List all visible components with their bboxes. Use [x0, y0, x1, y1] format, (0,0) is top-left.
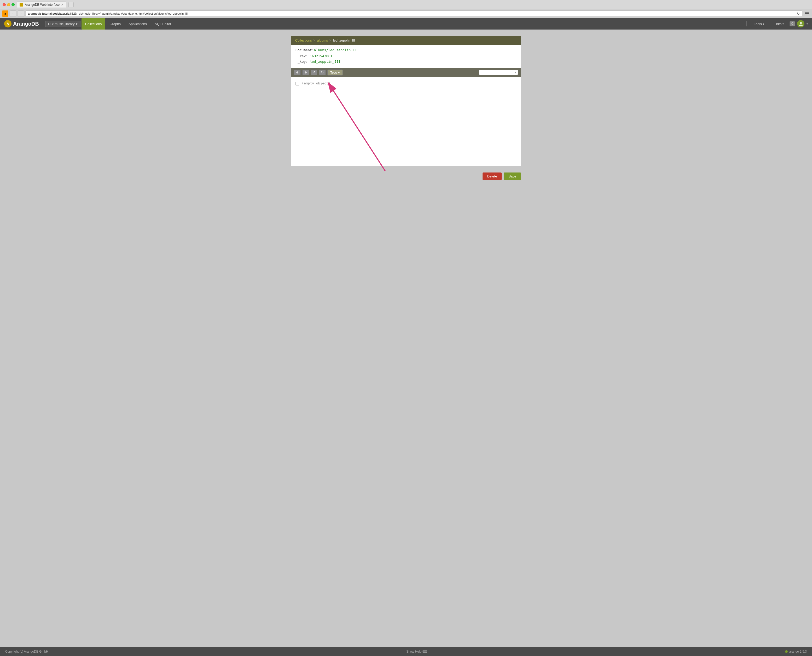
- new-tab-button[interactable]: +: [68, 2, 74, 7]
- menu-line: [805, 13, 809, 14]
- doc-meta: _rev: 16321547061 _key: led_zepplin_III: [295, 54, 517, 65]
- browser-titlebar: ArangoDB Web Interface ✕ +: [0, 0, 812, 9]
- delete-button[interactable]: Delete: [483, 172, 502, 180]
- add-child-button[interactable]: ⊕: [302, 70, 309, 75]
- url-host: arangodb-tutorial.codelater.de: [28, 12, 69, 15]
- editor-container: ⊕ ⊕ ↺ ↻ Tree ▾ ▾ (empty object): [291, 68, 521, 166]
- breadcrumb-sep1: >: [313, 39, 316, 42]
- forward-button[interactable]: ›: [18, 11, 24, 17]
- nav-applications-label: Applications: [128, 22, 147, 26]
- search-icon: ▾: [515, 71, 516, 74]
- empty-object-text: (empty object): [302, 81, 330, 85]
- action-row: Delete Save: [291, 170, 521, 182]
- redo-button[interactable]: ↻: [319, 70, 326, 75]
- editor-toolbar: ⊕ ⊕ ↺ ↻ Tree ▾ ▾: [291, 68, 521, 77]
- footer-version: arango 2.5.3: [785, 650, 807, 653]
- amazon-icon[interactable]: a: [2, 11, 8, 17]
- doc-rev-value: 16321547061: [310, 54, 332, 58]
- breadcrumb-albums-link[interactable]: albums: [317, 39, 328, 42]
- version-text: arango 2.5.3: [789, 650, 807, 653]
- add-row-button[interactable]: ⊕: [294, 70, 301, 75]
- browser-navbar: a ‹ › arangodb-tutorial.codelater.de:852…: [0, 9, 812, 18]
- save-button[interactable]: Save: [504, 172, 521, 180]
- nav-right: Tools ▾ Links ▾ 0 ▾: [745, 18, 808, 29]
- content-wrapper: Collections > albums > led_zepplin_III D…: [286, 29, 526, 198]
- row-checkbox[interactable]: [295, 82, 299, 85]
- breadcrumb: Collections > albums > led_zepplin_III: [291, 36, 521, 45]
- menu-line: [805, 12, 809, 12]
- app-navbar: A ArangoDB DB: music_library ▾ Collectio…: [0, 18, 812, 29]
- breadcrumb-sep2: >: [329, 39, 332, 42]
- back-button[interactable]: ‹: [10, 11, 16, 17]
- svg-point-0: [800, 22, 802, 24]
- doc-key-key: _key:: [298, 60, 308, 63]
- refresh-icon[interactable]: ↻: [797, 12, 800, 15]
- nav-user-icon[interactable]: [797, 20, 804, 28]
- nav-badge[interactable]: 0: [790, 21, 795, 26]
- breadcrumb-current: led_zepplin_III: [333, 39, 355, 42]
- close-button[interactable]: [3, 3, 6, 6]
- url-path: :8529/_db/music_library/_admin/aardvark/…: [69, 12, 188, 15]
- editor-body-wrapper: (empty object): [291, 77, 521, 166]
- tree-label: Tree: [330, 71, 337, 74]
- links-label: Links: [773, 22, 781, 26]
- db-selector-caret: ▾: [76, 22, 77, 26]
- db-selector[interactable]: DB: music_library ▾: [45, 21, 80, 27]
- links-caret: ▾: [783, 22, 784, 25]
- doc-rev-key: _rev:: [298, 54, 308, 58]
- logo-text: ArangoDB: [13, 21, 39, 27]
- tree-caret: ▾: [338, 71, 340, 74]
- tab-label: ArangoDB Web Interface: [25, 3, 60, 6]
- doc-label-prefix: Document:: [295, 48, 314, 52]
- browser-menu-icon[interactable]: [804, 11, 810, 17]
- app-footer: Copyright (c) ArangoDB GmbH Show Help ⌨ …: [0, 647, 812, 656]
- tools-label: Tools: [754, 22, 762, 26]
- doc-key-row: _key: led_zepplin_III: [298, 59, 517, 65]
- breadcrumb-collections-link[interactable]: Collections: [295, 39, 312, 42]
- nav-item-aql-editor[interactable]: AQL Editor: [151, 18, 175, 29]
- keyboard-icon: ⌨: [423, 650, 427, 653]
- document-info: Document:albums/led_zepplin_III _rev: 16…: [291, 45, 521, 68]
- toolbar-search[interactable]: ▾: [479, 70, 518, 75]
- window-controls: [3, 3, 15, 6]
- maximize-button[interactable]: [11, 3, 15, 6]
- nav-item-applications[interactable]: Applications: [125, 18, 150, 29]
- footer-copyright: Copyright (c) ArangoDB GmbH: [5, 650, 48, 653]
- address-bar[interactable]: arangodb-tutorial.codelater.de:8529/_db/…: [26, 11, 802, 17]
- version-status-dot: [785, 650, 788, 653]
- menu-line: [805, 15, 809, 15]
- db-selector-label: DB: music_library: [48, 22, 75, 26]
- tab-close-icon[interactable]: ✕: [61, 3, 63, 6]
- editor-body: (empty object): [291, 77, 521, 166]
- svg-point-1: [799, 25, 803, 26]
- nav-item-tools[interactable]: Tools ▾: [750, 18, 768, 29]
- user-icon: [798, 22, 803, 26]
- nav-item-links[interactable]: Links ▾: [770, 18, 787, 29]
- help-label: Show Help: [406, 650, 421, 653]
- browser-tab[interactable]: ArangoDB Web Interface ✕: [17, 2, 66, 8]
- url-text: arangodb-tutorial.codelater.de:8529/_db/…: [28, 12, 188, 15]
- tree-view-button[interactable]: Tree ▾: [327, 70, 343, 76]
- user-caret: ▾: [806, 22, 808, 25]
- doc-rev-row: _rev: 16321547061: [298, 54, 517, 59]
- app-logo: A ArangoDB: [4, 20, 39, 28]
- undo-button[interactable]: ↺: [311, 70, 317, 75]
- nav-item-graphs[interactable]: Graphs: [106, 18, 124, 29]
- minimize-button[interactable]: [7, 3, 10, 6]
- doc-label-path: albums/led_zepplin_III: [314, 48, 359, 52]
- page-wrapper: ArangoDB Web Interface ✕ + a ‹ › arangod…: [0, 0, 812, 656]
- doc-label: Document:albums/led_zepplin_III: [295, 48, 517, 52]
- nav-divider: [746, 21, 747, 26]
- search-input[interactable]: [481, 71, 515, 74]
- nav-graphs-label: Graphs: [110, 22, 121, 26]
- doc-key-value: led_zepplin_III: [310, 60, 340, 63]
- nav-item-collections[interactable]: Collections: [82, 18, 105, 29]
- nav-menu: Collections Graphs Applications AQL Edit…: [82, 18, 175, 29]
- nav-aql-label: AQL Editor: [155, 22, 171, 26]
- footer-help[interactable]: Show Help ⌨: [406, 650, 427, 653]
- nav-collections-label: Collections: [85, 22, 102, 26]
- tab-favicon: [20, 3, 23, 6]
- tools-caret: ▾: [763, 22, 764, 25]
- logo-icon: A: [4, 20, 11, 28]
- browser-chrome: ArangoDB Web Interface ✕ + a ‹ › arangod…: [0, 0, 812, 18]
